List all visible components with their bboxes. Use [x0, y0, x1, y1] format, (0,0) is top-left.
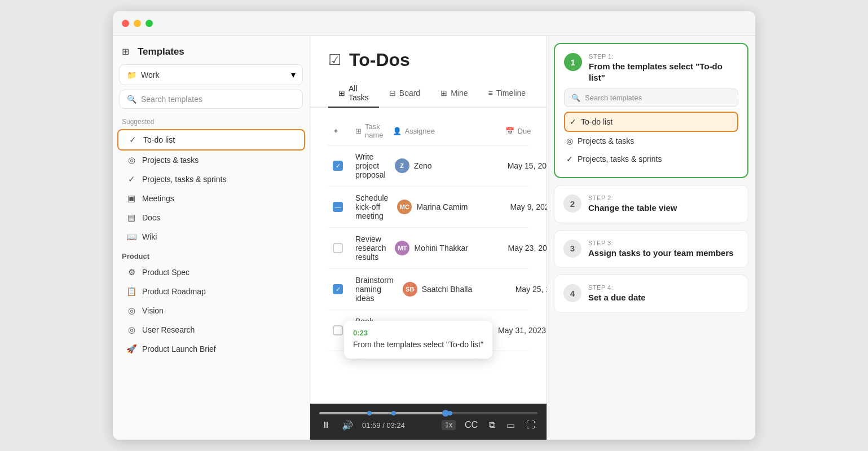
row3-checkbox[interactable] [333, 243, 343, 253]
sidebar-item-sprints-label: Projects, tasks & sprints [142, 175, 226, 184]
sidebar-item-wiki-label: Wiki [142, 232, 157, 241]
chevron-down-icon: ▾ [291, 69, 296, 80]
fullscreen-button[interactable]: ⛶ [524, 419, 537, 431]
timeline-icon: ≡ [488, 89, 493, 98]
tab-all-tasks-label: All Tasks [349, 84, 369, 102]
roadmap-icon: 📋 [126, 286, 136, 297]
task-table: ✦ ⊞ Task name 👤 Assignee 📅 Due [310, 117, 547, 351]
step-1-title: From the templates select "To-do list" [589, 61, 738, 83]
sidebar-item-user-research[interactable]: ◎ User Research [117, 320, 305, 339]
rp-sprints-label: Projects, tasks & sprints [578, 154, 662, 163]
rp-search-bar[interactable]: 🔍 Search templates [564, 89, 738, 107]
maximize-button[interactable] [146, 20, 153, 27]
sidebar-item-vision[interactable]: ◎ Vision [117, 301, 305, 320]
rp-item-projects[interactable]: ◎ Projects & tasks [564, 132, 738, 150]
sidebar-item-wiki[interactable]: 📖 Wiki [117, 227, 305, 246]
content-main: ☑ To-Dos ⊞ All Tasks ⊟ Board ⊞ Mine [310, 36, 547, 404]
wiki-icon: 📖 [126, 232, 136, 242]
sidebar-item-product-spec[interactable]: ⚙ Product Spec [117, 263, 305, 282]
tooltip-box: 0:23 From the templates select "To-do li… [344, 321, 492, 359]
sidebar-item-meetings[interactable]: ▣ Meetings [117, 189, 305, 208]
tab-all-tasks[interactable]: ⊞ All Tasks [328, 79, 379, 108]
rp-search-icon: 🔍 [571, 94, 580, 102]
tab-timeline-label: Timeline [496, 89, 526, 98]
rp-search-placeholder: Search templates [585, 94, 642, 102]
rp-item-todo[interactable]: ✓ To-do list [564, 112, 738, 132]
tooltip-text: From the templates select "To-do list" [353, 339, 483, 351]
row1-check-cell: ✓ [328, 156, 351, 175]
video-total-time: 03:24 [386, 421, 405, 430]
captions-button[interactable]: CC [462, 419, 480, 431]
suggested-section-label: Suggested [113, 116, 310, 129]
step-4-number: 4 [563, 284, 581, 302]
video-speed-badge[interactable]: 1x [442, 420, 456, 430]
row1-assignee-cell: Z Zeno [390, 154, 503, 178]
video-marker-1 [367, 411, 372, 415]
step-1-content: STEP 1: From the templates select "To-do… [589, 53, 738, 83]
tab-board[interactable]: ⊟ Board [379, 79, 430, 108]
sidebar-item-projects-sprints[interactable]: ✓ Projects, tasks & sprints [117, 170, 305, 189]
row4-due-date: May 25, 2023 [515, 285, 547, 294]
step-2-content: STEP 2: Change the table view [588, 194, 677, 214]
row3-avatar: MT [395, 241, 409, 255]
mine-icon: ⊞ [440, 89, 447, 98]
sidebar-header: ⊞ Templates [113, 36, 310, 64]
row3-due-cell: May 23, 2023 [503, 239, 547, 257]
row4-checkbox[interactable]: ✓ [333, 284, 343, 294]
play-pause-button[interactable]: ⏸ [319, 419, 333, 431]
row3-task-cell: Review research results [351, 230, 390, 266]
assignee-icon: 👤 [393, 127, 402, 135]
workspace-icon: 📁 [127, 70, 136, 79]
rp-item-sprints[interactable]: ✓ Projects, tasks & sprints [564, 150, 738, 168]
step-4-header: 4 STEP 4: Set a due date [563, 284, 739, 303]
tab-mine[interactable]: ⊞ Mine [430, 79, 478, 108]
row4-task-cell: Brainstorm naming ideas [351, 271, 398, 307]
sidebar-item-roadmap-label: Product Roadmap [142, 287, 206, 296]
header-assignee: 👤 Assignee [388, 120, 501, 142]
row2-checkbox[interactable]: — [333, 202, 343, 212]
header-check: ✦ [328, 120, 351, 142]
theater-button[interactable]: ▭ [504, 419, 517, 432]
sidebar-item-meetings-label: Meetings [142, 194, 174, 203]
search-templates-bar[interactable]: 🔍 Search templates [120, 90, 303, 109]
step-3-card: 3 STEP 3: Assign tasks to your team memb… [554, 230, 748, 268]
due-icon: 📅 [505, 127, 514, 135]
pip-button[interactable]: ⧉ [487, 419, 497, 431]
sidebar-item-todo-list[interactable]: ✓ To-do list [117, 129, 305, 151]
close-button[interactable] [122, 20, 129, 27]
sidebar-item-launch-label: Product Launch Brief [142, 344, 216, 353]
task-icon: ⊞ [355, 127, 362, 135]
row5-checkbox[interactable] [333, 325, 343, 335]
step-2-title: Change the table view [588, 202, 677, 214]
sprints-icon: ✓ [126, 174, 136, 184]
sidebar-item-roadmap[interactable]: 📋 Product Roadmap [117, 282, 305, 301]
docs-icon: ▤ [126, 213, 136, 223]
header-due: 📅 Due [501, 120, 547, 142]
page-header-icon: ☑ [328, 51, 341, 69]
volume-button[interactable]: 🔊 [340, 419, 355, 432]
row2-assignee-cell: MC Marina Camim [393, 195, 505, 219]
row1-checkbox[interactable]: ✓ [333, 161, 343, 171]
row3-task-name: Review research results [355, 235, 386, 262]
all-tasks-icon: ⊞ [338, 89, 345, 98]
sidebar: ⊞ Templates 📁 Work ▾ 🔍 Search templates … [113, 36, 310, 440]
video-controls: ⏸ 🔊 01:59 / 03:24 1x CC ⧉ ▭ ⛶ [319, 419, 537, 432]
rp-todo-label: To-do list [581, 117, 613, 126]
step-4-card: 4 STEP 4: Set a due date [554, 275, 748, 313]
video-progress[interactable] [319, 412, 537, 414]
row1-avatar: Z [395, 158, 409, 173]
row4-due-cell: May 25, 2023 [511, 280, 547, 298]
sidebar-item-product-launch[interactable]: 🚀 Product Launch Brief [117, 339, 305, 359]
step-2-label: STEP 2: [588, 194, 677, 201]
row3-due-date: May 23, 2023 [508, 244, 547, 253]
row2-task-cell: Schedule kick-off meeting [351, 189, 393, 225]
workspace-label-container: 📁 Work [127, 70, 159, 79]
sidebar-item-projects-tasks[interactable]: ◎ Projects & tasks [117, 151, 305, 170]
sidebar-item-docs[interactable]: ▤ Docs [117, 208, 305, 227]
step-3-number: 3 [563, 240, 581, 258]
workspace-selector[interactable]: 📁 Work ▾ [120, 64, 303, 85]
tab-timeline[interactable]: ≡ Timeline [478, 79, 536, 108]
step-2-number: 2 [563, 194, 581, 213]
minimize-button[interactable] [134, 20, 141, 27]
rp-projects-label: Projects & tasks [578, 136, 634, 145]
